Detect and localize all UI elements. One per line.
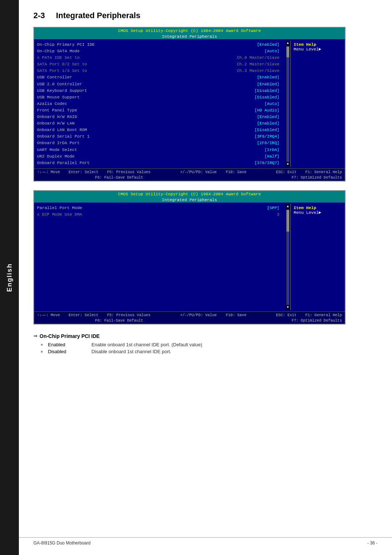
bios-row-label-1-8: USB Mouse Support [37, 94, 102, 100]
bios-scrollbar-1[interactable]: ▲ ▼ [285, 41, 290, 167]
bios-row-label-1-17: UR2 Duplex Mode [37, 154, 102, 159]
bios-row-label-1-11: Onboard H/W RAID [37, 114, 102, 120]
bios-row-label-1-14: Onboard Serial Port 1 [37, 134, 102, 139]
bios-row-value-2-0: [SPP] [267, 205, 279, 211]
bios-row-value-1-8: [Disabled] [254, 94, 279, 100]
bios-row-1-18: Onboard Parallel Port[378/IRQ7] [37, 160, 282, 166]
bios-row-value-1-9: [Auto] [265, 101, 279, 107]
bios-footer-right-1: ESC: Exit F1: General Help [276, 170, 342, 174]
footer-f5-2: F5: Previous Values [107, 313, 151, 317]
sidebar-label: English [6, 263, 13, 292]
sidebar: English [0, 0, 19, 555]
bios-body-1: On-Chip Primary PCI IDE[Enabled] On-Chip… [34, 39, 345, 168]
bios-left-1: On-Chip Primary PCI IDE[Enabled] On-Chip… [34, 41, 285, 167]
bios-footer-right-2: ESC: Exit F1: General Help [276, 313, 342, 317]
bios-row-1-11: Onboard H/W RAID[Enabled] [37, 114, 282, 120]
bios-row-2-0: Parallel Port Mode[SPP] [37, 205, 282, 211]
footer-value-1: +/-/PU/PD: Value [180, 170, 217, 174]
bios-footer-mid-1: +/-/PU/PD: Value F10: Save [180, 170, 246, 174]
bios-row-1-2: x PATA IDE Set toCh.0 Master/Slave [37, 54, 282, 61]
bios-header-1: CMOS Setup Utility-Copyright (C) 1984-20… [34, 28, 345, 34]
bios-row-1-6: USB 2.0 Controller[Enabled] [37, 81, 282, 87]
page-footer: GA-8I915G Duo Motherboard - 36 - [19, 537, 392, 548]
option-list: »EnabledEnable onboard 1st channel IDE p… [41, 342, 377, 354]
footer-move-2: ↑↓→←: Move [37, 313, 60, 317]
bios-row-label-1-3: SATA Port 0/2 Set to [37, 61, 102, 67]
footer-esc-1: ESC: Exit [276, 170, 297, 174]
footer-f10-2: F10: Save [226, 313, 246, 317]
option-heading-text: On-Chip Primary PCI IDE [40, 333, 100, 339]
bios-row-label-1-0: On-Chip Primary PCI IDE [37, 42, 102, 48]
bios-row-value-1-17: [Half] [265, 154, 279, 159]
help-item-2: Menu Level► [294, 210, 342, 215]
bios-row-1-4: SATA Port 1/3 Set toCh.3 Master/Slave [37, 68, 282, 74]
bios-footer-2b: F6: Fail-Save Default F7: Optimized Defa… [34, 318, 345, 324]
bios-row-label-1-7: USB Keyboard Support [37, 88, 102, 94]
scroll-up-icon-2: ▲ [287, 205, 289, 208]
option-item-1: »DisabledDisable onboard 1st channel IDE… [41, 349, 377, 354]
bios-footer-f6-1: F6: Fail-Save Default [95, 175, 143, 180]
bios-row-value-1-1: [Auto] [265, 48, 279, 54]
bios-row-label-1-2: x PATA IDE Set to [37, 55, 102, 61]
footer-esc-2: ESC: Exit [276, 313, 297, 317]
bios-row-value-1-0: [Enabled] [257, 42, 279, 48]
bios-row-value-1-14: [3F8/IRQ4] [254, 134, 279, 139]
bios-row-label-1-15: Onboard IrDA Port [37, 140, 102, 146]
scroll-down-icon-2: ▼ [287, 306, 289, 309]
footer-f5-1: F5: Previous Values [107, 170, 151, 174]
scroll-track-2 [286, 210, 289, 305]
bios-row-2-1: x ECP Mode Use DMA3 [37, 211, 282, 218]
option-arrow-0: » [41, 342, 46, 347]
section-title: 2-3 Integrated Peripherals [33, 11, 377, 20]
bios-row-1-9: Azalia Codec[Auto] [37, 101, 282, 107]
help-item-1: Menu Level► [294, 47, 342, 52]
option-item-0: »EnabledEnable onboard 1st channel IDE p… [41, 342, 377, 347]
bios-row-label-1-16: UART Mode Select [37, 147, 102, 153]
bios-row-value-1-6: [Enabled] [257, 81, 279, 87]
bios-row-value-1-13: [Disabled] [254, 127, 279, 133]
bios-row-value-1-15: [2F8/IRQ] [257, 140, 279, 146]
scroll-track-1 [286, 46, 289, 162]
bios-row-value-1-2: Ch.0 Master/Slave [237, 55, 279, 61]
bios-row-label-1-4: SATA Port 1/3 Set to [37, 68, 102, 74]
bios-row-1-1: On-Chip SATA Mode[Auto] [37, 48, 282, 54]
bios-help-2: Item Help Menu Level► [290, 204, 345, 310]
bios-row-1-13: Onboard LAN Boot ROM[Disabled] [37, 127, 282, 133]
option-name-0: Enabled [48, 342, 91, 347]
bios-screen-2: CMOS Setup Utility-Copyright (C) 1984-20… [33, 190, 346, 325]
help-title-1: Item Help [294, 42, 342, 47]
scroll-thumb-1 [286, 46, 289, 57]
footer-f7-1: F7: Optimized Defaults [291, 175, 342, 180]
footer-enter-2: Enter: Select [69, 313, 98, 317]
bios-row-1-14: Onboard Serial Port 1[3F8/IRQ4] [37, 133, 282, 140]
bios-row-label-1-9: Azalia Codec [37, 101, 102, 107]
bios-row-label-2-0: Parallel Port Mode [37, 205, 102, 211]
bios-row-label-1-6: USB 2.0 Controller [37, 81, 102, 87]
bios-row-value-1-16: [IrDA] [265, 147, 279, 153]
scroll-down-icon: ▼ [287, 163, 289, 166]
scroll-thumb-2 [286, 210, 289, 232]
bios-footer-mid-2: +/-/PU/PD: Value F10: Save [180, 313, 246, 317]
bios-footer-f7-2: F7: Optimized Defaults [291, 318, 342, 323]
section-number: 2-3 [33, 11, 45, 20]
bios-row-value-1-4: Ch.3 Master/Slave [237, 68, 279, 74]
bios-row-1-5: USB Controller[Enabled] [37, 74, 282, 81]
bios-scrollbar-2[interactable]: ▲ ▼ [285, 204, 290, 310]
bios-footer-1b: F6: Fail-Save Default F7: Optimized Defa… [34, 175, 345, 181]
bios-row-label-1-1: On-Chip SATA Mode [37, 48, 102, 54]
bios-row-label-2-1: x ECP Mode Use DMA [37, 212, 102, 217]
bios-row-value-1-12: [Enabled] [257, 121, 279, 126]
footer-f10-1: F10: Save [226, 170, 246, 174]
bios-row-value-1-7: [Disabled] [254, 88, 279, 94]
bios-footer-f6-2: F6: Fail-Save Default [95, 318, 143, 323]
bios-row-value-1-5: [Enabled] [257, 74, 279, 80]
option-desc-0: Enable onboard 1st channel IDE port. (De… [91, 342, 202, 347]
bios-footer-left-2: ↑↓→←: Move Enter: Select F5: Previous Va… [37, 313, 151, 317]
footer-f1-2: F1: General Help [305, 313, 342, 317]
bios-row-value-1-11: [Enabled] [257, 114, 279, 120]
footer-product: GA-8I915G Duo Motherboard [33, 540, 90, 546]
bios-header-2: CMOS Setup Utility-Copyright (C) 1984-20… [34, 191, 345, 197]
bios-help-1: Item Help Menu Level► [290, 41, 345, 167]
bios-row-value-2-1: 3 [277, 212, 279, 217]
option-desc-1: Disable onboard 1st channel IDE port. [91, 349, 171, 354]
